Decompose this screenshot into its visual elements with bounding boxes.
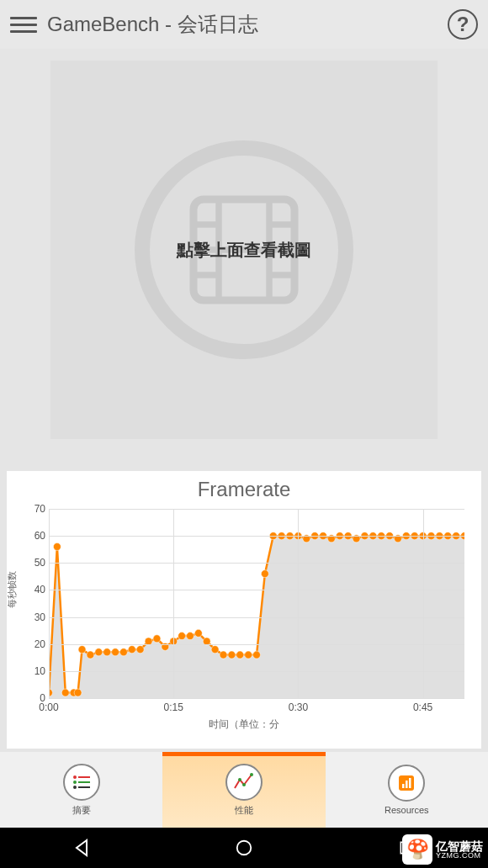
svg-point-16 <box>78 646 86 654</box>
svg-point-28 <box>178 632 186 640</box>
svg-point-71 <box>250 773 253 776</box>
svg-rect-68 <box>78 786 90 788</box>
menu-icon[interactable] <box>10 11 37 38</box>
svg-point-67 <box>73 786 77 789</box>
chart-ylabel: 每秒帧数 <box>6 571 19 608</box>
ytick: 10 <box>25 665 45 677</box>
svg-point-35 <box>236 651 244 659</box>
svg-point-63 <box>73 775 77 779</box>
svg-point-15 <box>74 689 82 696</box>
svg-rect-75 <box>409 778 411 788</box>
svg-point-65 <box>73 781 77 784</box>
svg-point-12 <box>53 543 61 551</box>
svg-point-17 <box>87 651 94 659</box>
svg-rect-66 <box>78 781 90 783</box>
watermark-brand: 亿智蘑菇 <box>436 840 483 852</box>
svg-point-32 <box>211 646 219 654</box>
svg-rect-73 <box>402 784 405 788</box>
nav-home[interactable] <box>229 833 259 863</box>
ytick: 70 <box>25 503 45 515</box>
ytick: 30 <box>25 611 45 623</box>
resources-icon <box>388 765 425 802</box>
svg-point-37 <box>253 651 261 659</box>
page-title: GameBench - 会话日志 <box>47 11 448 38</box>
svg-point-34 <box>228 651 236 659</box>
tab-label: 摘要 <box>72 804 91 817</box>
svg-point-21 <box>119 648 127 656</box>
watermark: 🍄 亿智蘑菇 YZMG.COM <box>402 834 483 865</box>
svg-point-69 <box>238 778 241 781</box>
watermark-url: YZMG.COM <box>436 852 483 860</box>
svg-point-30 <box>194 629 202 637</box>
chart-plot-area[interactable]: 0102030405060700:000:150:300:45 <box>49 509 464 698</box>
svg-point-20 <box>112 648 119 656</box>
svg-point-19 <box>103 648 111 656</box>
tab-resources[interactable]: Resources <box>326 752 488 828</box>
bottom-tab-bar: 摘要 性能 Resources <box>0 752 488 828</box>
svg-point-18 <box>95 648 103 656</box>
xtick: 0:30 <box>289 701 308 713</box>
performance-icon <box>225 764 263 801</box>
xtick: 0:00 <box>39 701 58 713</box>
svg-point-70 <box>242 783 246 786</box>
xtick: 0:45 <box>413 701 432 713</box>
svg-rect-74 <box>406 781 408 788</box>
tab-summary[interactable]: 摘要 <box>0 752 162 828</box>
svg-point-29 <box>187 632 194 640</box>
help-icon[interactable]: ? <box>448 9 478 40</box>
app-header: GameBench - 会话日志 ? <box>0 0 488 49</box>
ytick: 40 <box>25 584 45 595</box>
svg-point-22 <box>128 646 135 654</box>
chart-title: Framerate <box>15 478 473 501</box>
ytick: 50 <box>25 557 45 569</box>
svg-point-76 <box>237 841 252 855</box>
svg-point-38 <box>261 570 268 578</box>
tab-performance[interactable]: 性能 <box>162 752 325 828</box>
tab-label: 性能 <box>235 804 253 817</box>
screenshot-hint-text: 點擊上面查看截圖 <box>177 239 311 262</box>
xtick: 0:15 <box>164 701 183 713</box>
svg-point-36 <box>245 651 252 659</box>
svg-point-33 <box>220 651 227 659</box>
ytick: 20 <box>25 638 45 650</box>
tab-label: Resources <box>385 805 429 815</box>
svg-point-25 <box>153 635 161 643</box>
svg-point-23 <box>136 646 144 654</box>
framerate-chart: Framerate 每秒帧数 0102030405060700:000:150:… <box>7 471 481 749</box>
chart-xlabel: 时间（单位：分 <box>15 717 473 732</box>
svg-rect-64 <box>78 776 90 778</box>
ytick: 60 <box>25 530 45 542</box>
nav-back[interactable] <box>66 833 97 863</box>
screenshot-preview[interactable]: 點擊上面查看截圖 <box>50 61 438 439</box>
watermark-logo-icon: 🍄 <box>402 834 432 865</box>
summary-icon <box>63 764 100 801</box>
svg-point-13 <box>61 689 69 696</box>
